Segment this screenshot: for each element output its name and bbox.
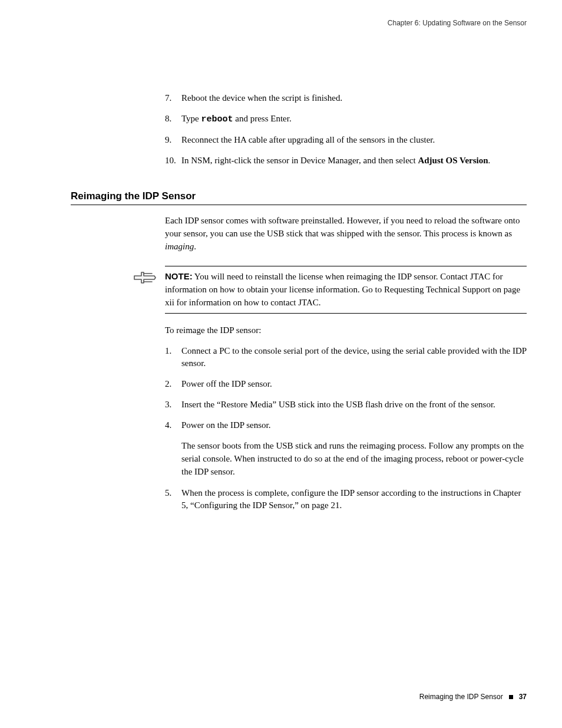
step-number: 4. <box>165 419 181 478</box>
page-number: 37 <box>519 693 527 701</box>
step-text: Reboot the device when the script is fin… <box>181 92 527 104</box>
step-number: 10. <box>165 154 181 167</box>
bold-text: Adjust OS Version <box>418 156 488 165</box>
list-item: 8. Type reboot and press Enter. <box>165 113 527 126</box>
note-rule-bottom <box>165 313 527 314</box>
step-number: 1. <box>165 345 181 370</box>
text-run: Type <box>181 114 201 123</box>
upgrade-steps-continued: 7. Reboot the device when the script is … <box>165 92 527 167</box>
list-item: 3. Insert the “Restore Media” USB stick … <box>165 398 527 411</box>
text-run: and press Enter. <box>233 114 292 123</box>
page-header: Chapter 6: Updating Software on the Sens… <box>71 19 527 27</box>
sub-paragraph: The sensor boots from the USB stick and … <box>181 440 527 478</box>
text-run: Power on the IDP sensor. <box>181 420 271 430</box>
step-text: Insert the “Restore Media” USB stick int… <box>181 398 527 411</box>
step-text: Reconnect the HA cable after upgrading a… <box>181 134 527 146</box>
section-heading: Reimaging the IDP Sensor <box>71 190 527 202</box>
paragraph: Each IDP sensor comes with software prei… <box>165 215 527 253</box>
step-number: 2. <box>165 378 181 390</box>
page-footer: Reimaging the IDP Sensor 37 <box>419 693 527 701</box>
step-number: 9. <box>165 134 181 146</box>
text-run: In NSM, right-click the sensor in Device… <box>181 156 418 165</box>
footer-square-icon <box>509 695 513 699</box>
list-item: 10. In NSM, right-click the sensor in De… <box>165 154 527 167</box>
step-text: Power off the IDP sensor. <box>181 378 527 390</box>
text-run: . <box>488 156 491 165</box>
code-text: reboot <box>201 114 233 124</box>
note-text: NOTE: You will need to reinstall the lic… <box>165 270 527 309</box>
list-item: 4. Power on the IDP sensor. The sensor b… <box>165 419 527 478</box>
note-icon-cell <box>71 270 165 288</box>
list-item: 9. Reconnect the HA cable after upgradin… <box>165 134 527 146</box>
step-text: Type reboot and press Enter. <box>181 113 527 126</box>
reimage-steps: To reimage the IDP sensor: 1. Connect a … <box>165 324 527 512</box>
note-block: NOTE: You will need to reinstall the lic… <box>71 266 527 313</box>
footer-title: Reimaging the IDP Sensor <box>419 693 503 701</box>
paragraph: To reimage the IDP sensor: <box>165 324 527 337</box>
step-number: 8. <box>165 113 181 126</box>
page: Chapter 6: Updating Software on the Sens… <box>0 0 562 728</box>
text-run: . <box>194 242 196 251</box>
note-rule-top <box>165 266 527 266</box>
note-label: NOTE: <box>165 271 193 281</box>
step-number: 5. <box>165 487 181 512</box>
section-intro: Each IDP sensor comes with software prei… <box>165 215 527 253</box>
note-icon <box>132 270 158 288</box>
list-item: 7. Reboot the device when the script is … <box>165 92 527 104</box>
list-item: 5. When the process is complete, configu… <box>165 487 527 512</box>
step-text: Connect a PC to the console serial port … <box>181 345 527 370</box>
step-text: In NSM, right-click the sensor in Device… <box>181 154 527 167</box>
step-text: When the process is complete, configure … <box>181 487 527 512</box>
step-number: 3. <box>165 398 181 411</box>
section-rule <box>71 205 527 205</box>
list-item: 2. Power off the IDP sensor. <box>165 378 527 390</box>
step-number: 7. <box>165 92 181 104</box>
list-item: 1. Connect a PC to the console serial po… <box>165 345 527 370</box>
step-text: Power on the IDP sensor. The sensor boot… <box>181 419 527 478</box>
italic-text: imaging <box>165 242 194 251</box>
text-run: You will need to reinstall the license w… <box>165 272 520 307</box>
text-run: Each IDP sensor comes with software prei… <box>165 216 520 238</box>
